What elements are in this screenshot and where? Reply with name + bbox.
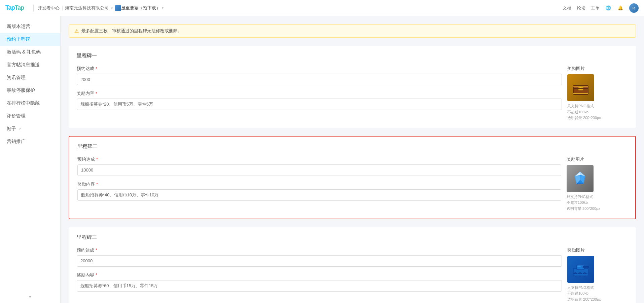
milestone-1-reward-input[interactable] [77,99,562,110]
sidebar-item-incident[interactable]: 事故停服保护 [0,84,60,97]
sidebar-item-new-version[interactable]: 新版本运营 [0,20,60,33]
sidebar-item-official-push[interactable]: 官方帖消息推送 [0,59,60,71]
milestone-1-reservation-label: 预约达成 * [77,66,562,72]
layout: 新版本运营 预约里程碑 激活码 & 礼包码 官方帖消息推送 资讯管理 事故停服保… [0,16,644,303]
svg-rect-6 [573,93,588,94]
required-star: * [96,66,97,71]
milestone-section-2: 里程碑二 预约达成 * 奖励内容 * [69,136,636,219]
milestone-section-3: 里程碑三 预约达成 * 奖励内容 * [69,227,636,303]
sidebar-item-pre-milestone[interactable]: 预约里程碑 [0,33,60,46]
globe-icon[interactable]: 🌐 [605,5,612,11]
docs-link[interactable]: 文档 [563,5,571,11]
breadcrumb: 开发者中心 | 海南元达科技有限公司 > 显至要塞（预下载） ▾ [38,5,164,11]
sidebar-collapse-button[interactable]: « [7,292,53,299]
milestone-1-reservation-input[interactable] [77,74,562,85]
external-link-icon: ↗ [18,127,21,131]
milestone-3-reward-image[interactable] [567,256,594,283]
sidebar-item-posts[interactable]: 帖子 ↗ [0,122,60,135]
dropdown-arrow: ▾ [162,6,164,10]
avatar[interactable]: Ie [629,3,639,13]
breadcrumb-company[interactable]: 海南元达科技有限公司 [65,5,109,11]
milestone-3-form-row: 预约达成 * 奖励内容 * 奖励图片 [77,247,628,303]
required-star-2: * [96,91,97,96]
sidebar: 新版本运营 预约里程碑 激活码 & 礼包码 官方帖消息推送 资讯管理 事故停服保… [0,16,61,303]
milestone-2-reward-input[interactable] [77,189,561,201]
bell-icon[interactable]: 🔔 [617,5,624,11]
milestone-2-form-row: 预约达成 * 奖励内容 * 奖励图片 [77,156,627,212]
milestone-3-image-label: 奖励图片 [567,247,628,253]
milestone-3-image-section: 奖励图片 [567,247,628,303]
milestone-2-image-hint: 只支持PNG格式不超过100kb透明背景 200*200px [567,194,627,212]
milestone-2-reward-image[interactable] [567,165,594,192]
header-divider [33,5,34,11]
milestone-3-reward-input[interactable] [77,280,562,292]
milestone-2-image-label: 奖励图片 [567,156,627,162]
milestone-3-reservation-group: 预约达成 * [77,247,562,267]
milestone-1-title: 里程碑一 [77,52,628,59]
required-star-6: * [96,272,97,277]
milestone-section-1: 里程碑一 预约达成 * 奖励内容 * [69,46,636,128]
svg-rect-15 [583,266,589,268]
breadcrumb-dev-center[interactable]: 开发者中心 [38,5,60,11]
breadcrumb-sep-1: | [62,5,63,10]
tank-svg [571,261,591,278]
chest-svg [572,80,589,96]
forum-link[interactable]: 论坛 [577,5,585,11]
alert-banner: ⚠ 最多配置三枚，审核通过的里程碑无法修改或删除。 [69,24,636,38]
milestone-2-title: 里程碑二 [77,143,627,150]
milestone-3-reward-group: 奖励内容 * [77,272,562,292]
header: TapTap 开发者中心 | 海南元达科技有限公司 > 显至要塞（预下载） ▾ … [0,0,644,16]
milestone-1-reward-image[interactable] [567,74,594,101]
milestone-3-image-hint: 只支持PNG格式不超过100kb透明背景 200*200px [567,285,628,303]
milestone-3-reservation-label: 预约达成 * [77,247,562,253]
milestone-3-reservation-input[interactable] [77,255,562,267]
sidebar-item-activation-code[interactable]: 激活码 & 礼包码 [0,46,60,59]
svg-rect-4 [573,88,588,89]
main-content: ⚠ 最多配置三枚，审核通过的里程碑无法修改或删除。 里程碑一 预约达成 * [61,16,644,303]
milestone-1-reward-group: 奖励内容 * [77,90,562,110]
breadcrumb-game[interactable]: 显至要塞（预下载） ▾ [121,5,164,11]
milestone-2-reservation-group: 预约达成 * [77,156,561,176]
milestone-1-reward-label: 奖励内容 * [77,90,562,97]
milestone-3-title: 里程碑三 [77,234,628,240]
required-star-4: * [96,182,98,187]
svg-rect-5 [573,86,588,87]
milestone-3-reward-label: 奖励内容 * [77,272,562,278]
milestone-2-image-section: 奖励图片 只支持PNG格式不超过100kb透明背景 200*200px [567,156,627,212]
milestone-2-reward-group: 奖励内容 * [77,181,561,201]
warning-icon: ⚠ [74,28,79,34]
sidebar-item-rank-hidden[interactable]: 在排行榜中隐藏 [0,97,60,110]
required-star-5: * [96,248,97,253]
milestone-3-main: 预约达成 * 奖励内容 * [77,247,562,297]
milestone-1-image-label: 奖励图片 [567,66,628,72]
milestone-1-image-section: 奖励图片 只支持P [567,66,628,121]
workorder-link[interactable]: 工单 [591,5,600,11]
milestone-2-reservation-input[interactable] [77,164,561,176]
header-right: 文档 论坛 工单 🌐 🔔 Ie [563,3,639,13]
sidebar-bottom: « [0,292,60,299]
svg-rect-20 [577,266,581,267]
sidebar-item-marketing[interactable]: 营销推广 [0,135,60,148]
crystal-svg [572,170,588,187]
milestone-1-form-row: 预约达成 * 奖励内容 * 奖励图片 [77,66,628,121]
milestone-1-image-hint: 只支持PNG格式不超过100kb透明背景 200*200px [567,103,628,121]
required-star-3: * [96,157,98,162]
logo-text: TapTap [5,4,24,11]
milestone-1-main: 预约达成 * 奖励内容 * [77,66,562,115]
breadcrumb-sep-2: > [111,5,113,10]
alert-message: 最多配置三枚，审核通过的里程碑无法修改或删除。 [81,28,182,34]
svg-rect-19 [573,274,588,276]
sidebar-item-info-mgmt[interactable]: 资讯管理 [0,71,60,84]
logo[interactable]: TapTap [5,4,24,11]
milestone-2-reservation-label: 预约达成 * [77,156,561,162]
milestone-1-reservation-group: 预约达成 * [77,66,562,85]
milestone-2-reward-label: 奖励内容 * [77,181,561,187]
milestone-2-main: 预约达成 * 奖励内容 * [77,156,561,206]
sidebar-item-review-mgmt[interactable]: 评价管理 [0,110,60,122]
game-icon [115,5,121,11]
